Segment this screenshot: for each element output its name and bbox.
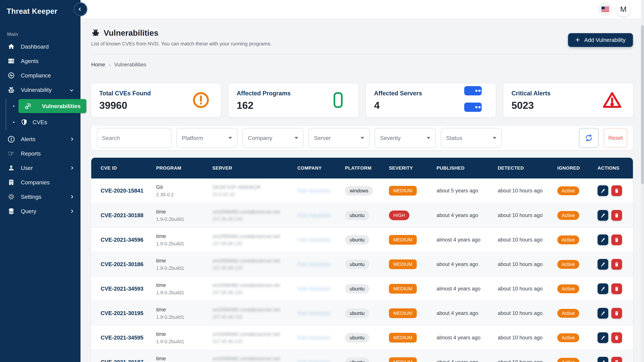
server-ip-redacted: 157.90.46.120 [212, 265, 297, 271]
edit-button[interactable] [598, 283, 608, 294]
severity-badge: MEDIUM [389, 259, 417, 269]
user-avatar[interactable]: M [616, 2, 630, 16]
cve-link[interactable]: CVE-2021-30187 [100, 359, 144, 362]
published-time: about 4 years ago [436, 212, 498, 218]
edit-button[interactable] [598, 210, 608, 221]
sidebar-item-dashboard[interactable]: Dashboard [0, 39, 80, 54]
edit-button[interactable] [598, 259, 608, 270]
vulnerabilities-table: CVE ID PROGRAM SERVER COMPANY PLATFORM S… [91, 158, 633, 362]
server-name-redacted: vm2058482.contaboserver.net [212, 331, 297, 337]
sidebar-item-user[interactable]: User [0, 161, 80, 175]
company-link-redacted[interactable]: Palo Industries [297, 188, 330, 193]
caret-down-icon [493, 137, 496, 139]
cve-link[interactable]: CVE-2021-34593 [100, 286, 144, 292]
company-select[interactable]: Company [242, 128, 304, 148]
sidebar-item-alerts[interactable]: Alerts [0, 132, 80, 146]
chevron-right-icon [70, 210, 73, 213]
pencil-icon [600, 310, 606, 316]
person-icon [7, 164, 16, 172]
edit-button[interactable] [598, 234, 608, 245]
program-version: 1.9-0.2build1 [156, 290, 212, 296]
company-link-redacted[interactable]: Palo Industries [297, 213, 330, 218]
program-name: Git [156, 184, 212, 190]
server-name-redacted: DESKTOP-4N5HK2R [212, 184, 297, 190]
page-scrollbar[interactable] [641, 0, 644, 362]
sidebar-item-agents[interactable]: Agents [0, 54, 80, 68]
company-link-redacted[interactable]: Palo Industries [297, 310, 330, 316]
program-version: 1.9-0.2build1 [156, 241, 212, 247]
column-header-severity: SEVERITY [389, 165, 436, 171]
severity-badge: MEDIUM [389, 235, 417, 245]
detected-time: about 10 hours ago [498, 310, 557, 316]
server-name-redacted: vm2058482.contaboserver.net [212, 282, 297, 288]
sidebar-item-companies[interactable]: Companies [0, 175, 80, 190]
cve-link[interactable]: CVE-2021-34596 [100, 237, 144, 243]
delete-button[interactable] [611, 308, 622, 319]
severity-badge: MEDIUM [389, 357, 417, 362]
sidebar-item-compliance[interactable]: Compliance [0, 68, 80, 83]
delete-button[interactable] [611, 185, 622, 196]
sidebar-collapse-button[interactable] [74, 2, 87, 16]
status-badge: Active [557, 211, 579, 220]
stat-card-affected-programs: Affected Programs 162 [228, 84, 358, 117]
edit-button[interactable] [598, 357, 608, 362]
cve-link[interactable]: CVE-2021-34595 [100, 335, 144, 341]
breadcrumb-home[interactable]: Home [91, 62, 105, 68]
breadcrumb: Home › Vulnerabilities [91, 62, 633, 68]
program-version: 1.9-0.2build1 [156, 314, 212, 320]
table-header-row: CVE ID PROGRAM SERVER COMPANY PLATFORM S… [91, 158, 633, 178]
company-link-redacted[interactable]: Palo Industries [297, 261, 330, 267]
refresh-button[interactable] [579, 128, 599, 148]
delete-button[interactable] [611, 283, 622, 294]
sidebar-item-query[interactable]: Query [0, 204, 80, 218]
company-link-redacted[interactable]: Palo Industries [297, 237, 330, 243]
status-badge: Active [557, 309, 579, 318]
add-vulnerability-button[interactable]: + Add Vulnerability [568, 33, 633, 47]
scrollbar-thumb[interactable] [641, 25, 644, 184]
published-time: almost 4 years ago [436, 237, 498, 243]
table-row: CVE-2021-30195 time1.9-0.2build1 vm20584… [91, 301, 633, 325]
page-head: Vulnerabilities List of known CVEs from … [91, 28, 633, 68]
refresh-icon [584, 134, 593, 142]
severity-badge: MEDIUM [389, 284, 417, 294]
cve-link[interactable]: CVE-2021-30195 [100, 310, 144, 316]
sidebar-item-vulnerabilities[interactable]: Vulnerabilities [0, 98, 80, 114]
column-header-ignored: IGNORED [557, 165, 598, 171]
chevron-right-icon [70, 137, 73, 141]
company-link-redacted[interactable]: Palo Industries [297, 335, 330, 340]
reset-button[interactable]: Reset [604, 128, 627, 148]
company-link-redacted[interactable]: Palo Industries [297, 359, 330, 362]
pencil-icon [600, 359, 606, 362]
severity-select[interactable]: Severity [375, 128, 436, 148]
delete-button[interactable] [611, 210, 622, 221]
sidebar-item-vulnerability[interactable]: Vulnerability [0, 83, 80, 97]
sidebar-item-reports[interactable]: ☞ Reports [0, 146, 80, 161]
company-link-redacted[interactable]: Palo Industries [297, 286, 330, 292]
caret-down-icon [360, 137, 364, 139]
delete-button[interactable] [611, 332, 622, 343]
platform-badge: windows [345, 186, 373, 196]
trash-icon [614, 261, 620, 267]
search-input[interactable] [102, 135, 176, 141]
edit-button[interactable] [598, 332, 608, 343]
sidebar-item-settings[interactable]: Settings [0, 190, 80, 204]
status-select[interactable]: Status [441, 128, 502, 148]
delete-button[interactable] [611, 357, 622, 362]
edit-button[interactable] [598, 185, 608, 196]
edit-button[interactable] [598, 308, 608, 319]
program-version: 1.9-0.2build1 [156, 339, 212, 345]
delete-button[interactable] [611, 259, 622, 270]
column-header-published: PUBLISHED [436, 165, 498, 171]
platform-select[interactable]: Platform [176, 128, 238, 148]
cve-link[interactable]: CVE-2021-30188 [100, 212, 144, 218]
top-header: M [80, 0, 644, 19]
submenu-guide-line [6, 99, 6, 130]
language-flag-button[interactable] [598, 2, 612, 16]
bug-icon [7, 86, 16, 94]
cve-link[interactable]: CVE-2021-30186 [100, 261, 144, 267]
program-name: time [156, 356, 212, 362]
cve-link[interactable]: CVE-2020-15841 [100, 188, 144, 194]
server-select[interactable]: Server [308, 128, 370, 148]
delete-button[interactable] [611, 234, 622, 245]
sidebar-item-cves[interactable]: CVEs [0, 114, 80, 130]
